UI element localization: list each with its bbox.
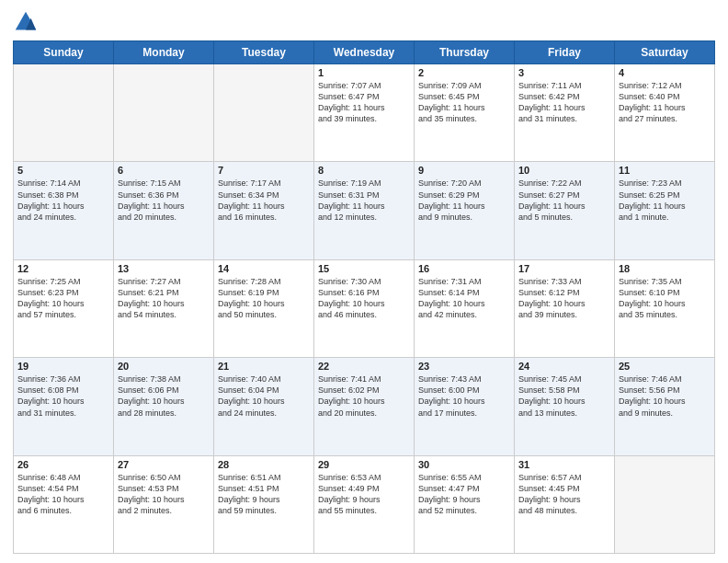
page: SundayMondayTuesdayWednesdayThursdayFrid… xyxy=(0,0,728,563)
day-number: 17 xyxy=(518,263,610,274)
weekday-header-friday: Friday xyxy=(515,41,615,64)
calendar-cell: 17Sunrise: 7:33 AMSunset: 6:12 PMDayligh… xyxy=(515,259,615,357)
calendar-cell: 18Sunrise: 7:35 AMSunset: 6:10 PMDayligh… xyxy=(615,259,715,357)
day-number: 15 xyxy=(318,263,410,274)
calendar-cell xyxy=(114,64,214,162)
cell-text: Sunrise: 6:51 AMSunset: 4:51 PMDaylight:… xyxy=(218,472,310,517)
weekday-header-saturday: Saturday xyxy=(615,41,715,64)
calendar-cell: 5Sunrise: 7:14 AMSunset: 6:38 PMDaylight… xyxy=(14,162,114,259)
week-row-3: 19Sunrise: 7:36 AMSunset: 6:08 PMDayligh… xyxy=(14,358,715,455)
day-number: 14 xyxy=(218,263,310,274)
calendar-cell: 15Sunrise: 7:30 AMSunset: 6:16 PMDayligh… xyxy=(314,259,415,357)
calendar-cell: 28Sunrise: 6:51 AMSunset: 4:51 PMDayligh… xyxy=(214,455,314,553)
weekday-header-wednesday: Wednesday xyxy=(314,41,415,64)
day-number: 6 xyxy=(118,165,210,176)
calendar-cell: 8Sunrise: 7:19 AMSunset: 6:31 PMDaylight… xyxy=(314,162,415,259)
calendar-cell: 23Sunrise: 7:43 AMSunset: 6:00 PMDayligh… xyxy=(415,358,515,455)
calendar-cell: 3Sunrise: 7:11 AMSunset: 6:42 PMDaylight… xyxy=(515,64,615,162)
cell-text: Sunrise: 7:30 AMSunset: 6:16 PMDaylight:… xyxy=(318,276,410,321)
cell-text: Sunrise: 6:55 AMSunset: 4:47 PMDaylight:… xyxy=(418,472,510,517)
day-number: 24 xyxy=(518,361,610,372)
cell-text: Sunrise: 7:36 AMSunset: 6:08 PMDaylight:… xyxy=(17,373,109,419)
calendar-cell: 19Sunrise: 7:36 AMSunset: 6:08 PMDayligh… xyxy=(14,358,114,455)
day-number: 3 xyxy=(518,67,610,78)
week-row-4: 26Sunrise: 6:48 AMSunset: 4:54 PMDayligh… xyxy=(14,455,715,553)
cell-text: Sunrise: 7:45 AMSunset: 5:58 PMDaylight:… xyxy=(518,373,610,419)
cell-text: Sunrise: 7:40 AMSunset: 6:04 PMDaylight:… xyxy=(218,373,310,419)
header xyxy=(13,9,715,35)
cell-text: Sunrise: 7:11 AMSunset: 6:42 PMDaylight:… xyxy=(518,80,610,125)
calendar-cell: 27Sunrise: 6:50 AMSunset: 4:53 PMDayligh… xyxy=(114,455,214,553)
day-number: 13 xyxy=(118,263,210,274)
day-number: 22 xyxy=(318,361,410,372)
day-number: 26 xyxy=(17,459,109,470)
day-number: 2 xyxy=(418,67,510,78)
day-number: 20 xyxy=(118,361,210,372)
cell-text: Sunrise: 7:43 AMSunset: 6:00 PMDaylight:… xyxy=(418,373,510,419)
calendar-cell xyxy=(615,455,715,553)
day-number: 11 xyxy=(619,165,711,176)
calendar-cell: 26Sunrise: 6:48 AMSunset: 4:54 PMDayligh… xyxy=(14,455,114,553)
day-number: 16 xyxy=(418,263,510,274)
day-number: 28 xyxy=(218,459,310,470)
day-number: 21 xyxy=(218,361,310,372)
calendar-cell: 31Sunrise: 6:57 AMSunset: 4:45 PMDayligh… xyxy=(515,455,615,553)
day-number: 7 xyxy=(218,165,310,176)
week-row-0: 1Sunrise: 7:07 AMSunset: 6:47 PMDaylight… xyxy=(14,64,715,162)
cell-text: Sunrise: 7:09 AMSunset: 6:45 PMDaylight:… xyxy=(418,80,510,125)
cell-text: Sunrise: 7:20 AMSunset: 6:29 PMDaylight:… xyxy=(418,178,510,223)
weekday-row: SundayMondayTuesdayWednesdayThursdayFrid… xyxy=(14,41,715,64)
logo xyxy=(13,9,42,35)
cell-text: Sunrise: 7:27 AMSunset: 6:21 PMDaylight:… xyxy=(118,276,210,321)
calendar-cell: 2Sunrise: 7:09 AMSunset: 6:45 PMDaylight… xyxy=(415,64,515,162)
cell-text: Sunrise: 7:28 AMSunset: 6:19 PMDaylight:… xyxy=(218,276,310,321)
cell-text: Sunrise: 7:07 AMSunset: 6:47 PMDaylight:… xyxy=(318,80,410,125)
cell-text: Sunrise: 6:50 AMSunset: 4:53 PMDaylight:… xyxy=(118,472,210,517)
calendar-cell: 29Sunrise: 6:53 AMSunset: 4:49 PMDayligh… xyxy=(314,455,415,553)
cell-text: Sunrise: 7:38 AMSunset: 6:06 PMDaylight:… xyxy=(118,373,210,419)
calendar-cell: 30Sunrise: 6:55 AMSunset: 4:47 PMDayligh… xyxy=(415,455,515,553)
day-number: 9 xyxy=(418,165,510,176)
day-number: 25 xyxy=(619,361,711,372)
calendar-cell: 22Sunrise: 7:41 AMSunset: 6:02 PMDayligh… xyxy=(314,358,415,455)
day-number: 31 xyxy=(518,459,610,470)
calendar-table: SundayMondayTuesdayWednesdayThursdayFrid… xyxy=(13,40,715,554)
calendar-cell xyxy=(214,64,314,162)
cell-text: Sunrise: 7:41 AMSunset: 6:02 PMDaylight:… xyxy=(318,373,410,419)
day-number: 29 xyxy=(318,459,410,470)
calendar-cell: 6Sunrise: 7:15 AMSunset: 6:36 PMDaylight… xyxy=(114,162,214,259)
calendar-cell: 11Sunrise: 7:23 AMSunset: 6:25 PMDayligh… xyxy=(615,162,715,259)
cell-text: Sunrise: 7:33 AMSunset: 6:12 PMDaylight:… xyxy=(518,276,610,321)
day-number: 19 xyxy=(17,361,109,372)
logo-icon xyxy=(13,9,39,35)
day-number: 4 xyxy=(619,67,711,78)
cell-text: Sunrise: 7:31 AMSunset: 6:14 PMDaylight:… xyxy=(418,276,510,321)
calendar-cell: 16Sunrise: 7:31 AMSunset: 6:14 PMDayligh… xyxy=(415,259,515,357)
calendar-body: 1Sunrise: 7:07 AMSunset: 6:47 PMDaylight… xyxy=(14,64,715,554)
calendar-cell: 9Sunrise: 7:20 AMSunset: 6:29 PMDaylight… xyxy=(415,162,515,259)
cell-text: Sunrise: 7:17 AMSunset: 6:34 PMDaylight:… xyxy=(218,178,310,223)
calendar-cell: 1Sunrise: 7:07 AMSunset: 6:47 PMDaylight… xyxy=(314,64,415,162)
calendar-cell: 20Sunrise: 7:38 AMSunset: 6:06 PMDayligh… xyxy=(114,358,214,455)
calendar-cell: 21Sunrise: 7:40 AMSunset: 6:04 PMDayligh… xyxy=(214,358,314,455)
weekday-header-tuesday: Tuesday xyxy=(214,41,314,64)
calendar-cell: 7Sunrise: 7:17 AMSunset: 6:34 PMDaylight… xyxy=(214,162,314,259)
calendar-cell: 25Sunrise: 7:46 AMSunset: 5:56 PMDayligh… xyxy=(615,358,715,455)
calendar-cell: 14Sunrise: 7:28 AMSunset: 6:19 PMDayligh… xyxy=(214,259,314,357)
weekday-header-sunday: Sunday xyxy=(14,41,114,64)
cell-text: Sunrise: 6:48 AMSunset: 4:54 PMDaylight:… xyxy=(17,472,109,517)
day-number: 8 xyxy=(318,165,410,176)
calendar-cell: 10Sunrise: 7:22 AMSunset: 6:27 PMDayligh… xyxy=(515,162,615,259)
day-number: 10 xyxy=(518,165,610,176)
day-number: 12 xyxy=(17,263,109,274)
day-number: 5 xyxy=(17,165,109,176)
calendar-cell: 4Sunrise: 7:12 AMSunset: 6:40 PMDaylight… xyxy=(615,64,715,162)
cell-text: Sunrise: 7:23 AMSunset: 6:25 PMDaylight:… xyxy=(619,178,711,223)
weekday-header-monday: Monday xyxy=(114,41,214,64)
cell-text: Sunrise: 7:46 AMSunset: 5:56 PMDaylight:… xyxy=(619,373,711,419)
cell-text: Sunrise: 7:14 AMSunset: 6:38 PMDaylight:… xyxy=(17,178,109,223)
day-number: 1 xyxy=(318,67,410,78)
calendar-cell: 13Sunrise: 7:27 AMSunset: 6:21 PMDayligh… xyxy=(114,259,214,357)
cell-text: Sunrise: 6:53 AMSunset: 4:49 PMDaylight:… xyxy=(318,472,410,517)
cell-text: Sunrise: 7:12 AMSunset: 6:40 PMDaylight:… xyxy=(619,80,711,125)
